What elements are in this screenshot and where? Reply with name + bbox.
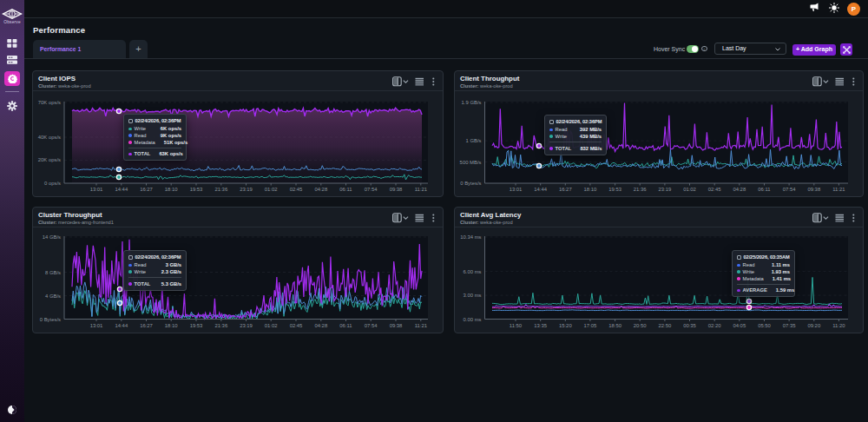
- svg-text:13:01: 13:01: [90, 323, 103, 328]
- svg-text:6.00 ms: 6.00 ms: [464, 269, 482, 274]
- svg-text:16:27: 16:27: [140, 187, 153, 192]
- svg-text:14 GB/s: 14 GB/s: [43, 234, 61, 240]
- svg-text:3.00 ms: 3.00 ms: [464, 293, 482, 298]
- svg-text:05:50: 05:50: [758, 323, 771, 328]
- svg-text:07:35: 07:35: [783, 323, 796, 328]
- svg-text:22:50: 22:50: [659, 323, 672, 328]
- svg-text:06:11: 06:11: [758, 187, 770, 192]
- svg-text:01:02: 01:02: [265, 187, 278, 192]
- svg-text:09:20: 09:20: [807, 323, 820, 328]
- svg-text:13:01: 13:01: [510, 187, 523, 192]
- svg-text:15:20: 15:20: [559, 323, 572, 328]
- svg-text:0.00 ms: 0.00 ms: [464, 317, 482, 322]
- svg-text:19:53: 19:53: [190, 187, 203, 192]
- svg-text:23:19: 23:19: [240, 323, 253, 328]
- svg-text:04:28: 04:28: [314, 187, 327, 192]
- svg-text:00:35: 00:35: [683, 323, 696, 328]
- svg-text:11:21: 11:21: [415, 187, 427, 192]
- svg-text:02:20: 02:20: [708, 323, 721, 328]
- svg-text:16:27: 16:27: [559, 187, 572, 192]
- svg-text:1 GB/s: 1 GB/s: [465, 138, 481, 143]
- svg-text:19:53: 19:53: [608, 187, 621, 192]
- svg-text:13:35: 13:35: [534, 323, 547, 328]
- svg-text:16:27: 16:27: [140, 323, 153, 328]
- svg-text:01:02: 01:02: [265, 323, 278, 328]
- svg-text:21:36: 21:36: [214, 187, 227, 192]
- svg-text:14:44: 14:44: [534, 187, 547, 192]
- svg-text:0 Bytes/s: 0 Bytes/s: [40, 317, 61, 322]
- svg-text:4 GB/s: 4 GB/s: [45, 293, 61, 299]
- svg-text:04:05: 04:05: [733, 323, 746, 328]
- svg-text:13:01: 13:01: [90, 187, 103, 192]
- svg-text:18:10: 18:10: [584, 187, 597, 192]
- svg-text:11:20: 11:20: [832, 323, 845, 328]
- svg-text:11:21: 11:21: [832, 187, 845, 192]
- svg-text:09:38: 09:38: [390, 323, 403, 328]
- svg-text:19:53: 19:53: [190, 323, 203, 328]
- svg-text:40K ops/s: 40K ops/s: [38, 135, 61, 140]
- svg-text:06:11: 06:11: [339, 323, 352, 328]
- svg-text:09:38: 09:38: [807, 187, 820, 192]
- svg-text:01:02: 01:02: [683, 187, 696, 192]
- svg-text:14:44: 14:44: [115, 323, 128, 328]
- svg-text:10.34 ms: 10.34 ms: [460, 234, 481, 240]
- svg-text:0 ops/s: 0 ops/s: [44, 181, 61, 186]
- svg-text:02:45: 02:45: [290, 187, 303, 192]
- svg-text:18:10: 18:10: [165, 323, 178, 328]
- svg-text:70K ops/s: 70K ops/s: [38, 100, 61, 105]
- svg-text:8 GB/s: 8 GB/s: [45, 270, 61, 275]
- svg-text:14:44: 14:44: [115, 187, 128, 192]
- svg-text:02:45: 02:45: [290, 323, 303, 328]
- svg-text:18:10: 18:10: [165, 187, 178, 192]
- svg-text:0 Bytes/s: 0 Bytes/s: [460, 181, 481, 186]
- svg-text:04:28: 04:28: [314, 323, 327, 328]
- svg-text:07:54: 07:54: [365, 323, 378, 328]
- svg-text:09:38: 09:38: [390, 187, 403, 192]
- svg-text:1.9 GB/s: 1.9 GB/s: [462, 100, 482, 105]
- svg-text:11:21: 11:21: [415, 323, 427, 328]
- svg-text:23:19: 23:19: [659, 187, 672, 192]
- svg-text:500 MB/s: 500 MB/s: [460, 160, 482, 165]
- svg-text:23:19: 23:19: [240, 187, 253, 192]
- svg-text:20K ops/s: 20K ops/s: [38, 157, 61, 162]
- svg-text:17:05: 17:05: [584, 323, 597, 328]
- svg-text:04:28: 04:28: [733, 187, 746, 192]
- svg-text:20:50: 20:50: [634, 323, 647, 328]
- svg-text:02:45: 02:45: [708, 187, 721, 192]
- svg-text:11:50: 11:50: [510, 323, 523, 328]
- svg-text:21:36: 21:36: [634, 187, 647, 192]
- svg-text:07:54: 07:54: [365, 187, 378, 192]
- svg-text:07:54: 07:54: [783, 187, 796, 192]
- svg-text:06:11: 06:11: [339, 187, 352, 192]
- svg-text:21:36: 21:36: [214, 323, 227, 328]
- svg-text:18:50: 18:50: [608, 323, 621, 328]
